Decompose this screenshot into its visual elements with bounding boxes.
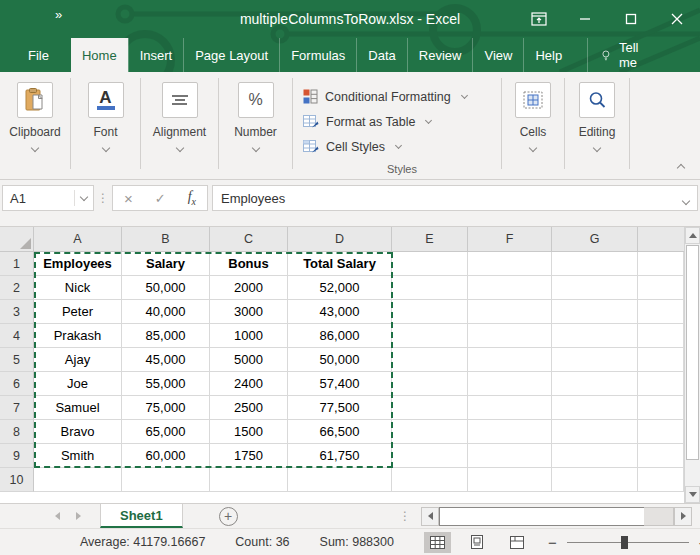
alignment-group-button[interactable]: Alignment: [141, 72, 218, 179]
cell-C10[interactable]: [210, 468, 288, 492]
previous-sheet-icon[interactable]: [55, 512, 60, 520]
cell-E7[interactable]: [392, 396, 468, 420]
vertical-scroll-thumb[interactable]: [686, 245, 699, 460]
cell-B10[interactable]: [122, 468, 210, 492]
splitter-dots-icon[interactable]: ⋮: [399, 509, 411, 523]
sheet-tab-sheet1[interactable]: Sheet1: [100, 504, 183, 528]
column-header-B[interactable]: B: [122, 227, 210, 252]
cell-C7[interactable]: 2500: [210, 396, 288, 420]
cell-C5[interactable]: 5000: [210, 348, 288, 372]
number-group-button[interactable]: % Number: [219, 72, 292, 179]
cell-C4[interactable]: 1000: [210, 324, 288, 348]
cell-A7[interactable]: Samuel: [34, 396, 122, 420]
cell-A4[interactable]: Prakash: [34, 324, 122, 348]
vertical-scrollbar[interactable]: [684, 227, 700, 503]
column-header-G[interactable]: G: [552, 227, 638, 252]
row-header-7[interactable]: 7: [0, 396, 34, 420]
row-header-5[interactable]: 5: [0, 348, 34, 372]
cell-G3[interactable]: [552, 300, 638, 324]
horizontal-scroll-track[interactable]: [644, 507, 674, 526]
tab-help[interactable]: Help: [523, 38, 573, 72]
cell-B1[interactable]: Salary: [122, 252, 210, 276]
ribbon-display-options-icon[interactable]: [516, 0, 562, 38]
row-header-8[interactable]: 8: [0, 420, 34, 444]
scroll-right-icon[interactable]: [674, 507, 692, 526]
cell-B3[interactable]: 40,000: [122, 300, 210, 324]
cell-G2[interactable]: [552, 276, 638, 300]
share-button[interactable]: Share: [686, 38, 700, 72]
row-header-1[interactable]: 1: [0, 252, 34, 276]
name-box[interactable]: A1: [2, 185, 94, 211]
maximize-icon[interactable]: [608, 0, 654, 38]
cell-A5[interactable]: Ajay: [34, 348, 122, 372]
minimize-icon[interactable]: [562, 0, 608, 38]
tab-review[interactable]: Review: [407, 38, 473, 72]
cell-E9[interactable]: [392, 444, 468, 468]
tab-data[interactable]: Data: [356, 38, 406, 72]
cell-F5[interactable]: [468, 348, 552, 372]
cell-D9[interactable]: 61,750: [288, 444, 392, 468]
clipboard-group-button[interactable]: Clipboard: [0, 72, 70, 179]
cells-group-button[interactable]: Cells: [502, 72, 564, 179]
cell-styles-button[interactable]: Cell Styles: [303, 134, 401, 159]
new-sheet-icon[interactable]: +: [219, 507, 238, 526]
cell-F9[interactable]: [468, 444, 552, 468]
cell-B9[interactable]: 60,000: [122, 444, 210, 468]
cell-D5[interactable]: 50,000: [288, 348, 392, 372]
scroll-up-icon[interactable]: [685, 227, 700, 244]
column-header-A[interactable]: A: [34, 227, 122, 252]
cell-C3[interactable]: 3000: [210, 300, 288, 324]
cell-C2[interactable]: 2000: [210, 276, 288, 300]
zoom-slider-handle[interactable]: [621, 536, 628, 549]
page-layout-view-button[interactable]: [464, 532, 491, 553]
cell-F8[interactable]: [468, 420, 552, 444]
column-header-E[interactable]: E: [392, 227, 468, 252]
row-header-4[interactable]: 4: [0, 324, 34, 348]
cell-A1[interactable]: Employees: [34, 252, 122, 276]
cell-C6[interactable]: 2400: [210, 372, 288, 396]
cell-A3[interactable]: Peter: [34, 300, 122, 324]
cell-F7[interactable]: [468, 396, 552, 420]
cell-B2[interactable]: 50,000: [122, 276, 210, 300]
cell-F3[interactable]: [468, 300, 552, 324]
cell-F4[interactable]: [468, 324, 552, 348]
cell-B4[interactable]: 85,000: [122, 324, 210, 348]
cell-E10[interactable]: [392, 468, 468, 492]
cell-B5[interactable]: 45,000: [122, 348, 210, 372]
collapse-ribbon-icon[interactable]: [677, 164, 685, 172]
tab-home[interactable]: Home: [71, 38, 128, 72]
cell-G7[interactable]: [552, 396, 638, 420]
column-header-D[interactable]: D: [288, 227, 392, 252]
row-header-6[interactable]: 6: [0, 372, 34, 396]
page-break-preview-button[interactable]: [504, 532, 531, 553]
cell-E5[interactable]: [392, 348, 468, 372]
cell-A9[interactable]: Smith: [34, 444, 122, 468]
cell-F1[interactable]: [468, 252, 552, 276]
cell-G10[interactable]: [552, 468, 638, 492]
editing-group-button[interactable]: Editing: [565, 72, 629, 179]
font-group-button[interactable]: A Font: [71, 72, 140, 179]
cell-F2[interactable]: [468, 276, 552, 300]
tab-formulas[interactable]: Formulas: [279, 38, 356, 72]
conditional-formatting-button[interactable]: Conditional Formatting: [303, 84, 467, 109]
cell-E8[interactable]: [392, 420, 468, 444]
formula-bar-input[interactable]: Employees: [212, 185, 698, 211]
cell-E4[interactable]: [392, 324, 468, 348]
select-all-button[interactable]: [0, 227, 34, 252]
format-as-table-button[interactable]: Format as Table: [303, 109, 431, 134]
row-header-2[interactable]: 2: [0, 276, 34, 300]
cell-G9[interactable]: [552, 444, 638, 468]
horizontal-scroll-thumb[interactable]: [439, 507, 644, 526]
tell-me-button[interactable]: Tell me: [587, 38, 658, 72]
row-header-3[interactable]: 3: [0, 300, 34, 324]
zoom-in-icon[interactable]: +: [695, 534, 700, 551]
tab-insert[interactable]: Insert: [128, 38, 184, 72]
chevron-down-icon[interactable]: [80, 193, 88, 201]
row-header-9[interactable]: 9: [0, 444, 34, 468]
cell-D10[interactable]: [288, 468, 392, 492]
cell-G4[interactable]: [552, 324, 638, 348]
cell-D7[interactable]: 77,500: [288, 396, 392, 420]
cell-A6[interactable]: Joe: [34, 372, 122, 396]
zoom-out-icon[interactable]: −: [544, 534, 561, 551]
cell-D1[interactable]: Total Salary: [288, 252, 392, 276]
